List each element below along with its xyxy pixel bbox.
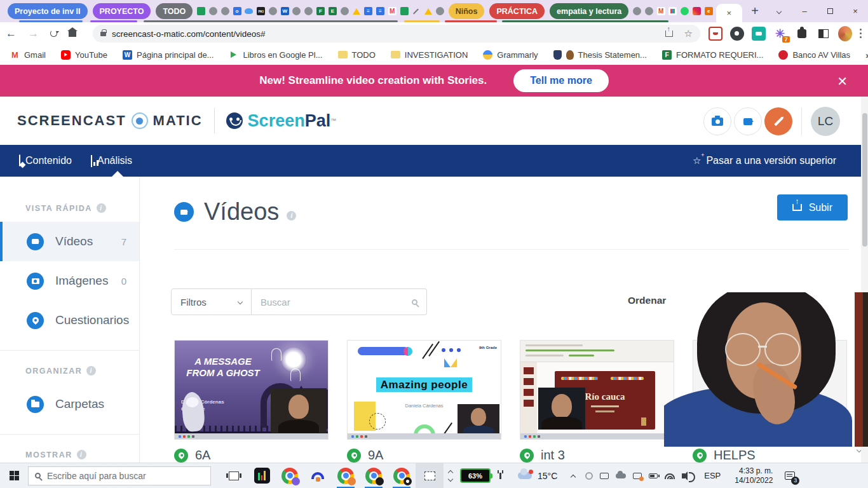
mini-tab[interactable]	[292, 4, 302, 18]
taskbar-search[interactable]	[28, 466, 211, 485]
taskbar-app-chrome-2[interactable]	[332, 463, 360, 488]
tab-group-proyecto[interactable]: PROYECTO	[93, 3, 151, 19]
taskbar-app-snipping[interactable]	[416, 463, 444, 488]
taskbar-clock[interactable]: 4:33 p. m. 14/10/2022	[735, 466, 773, 485]
tab-group-todo[interactable]: TODO	[156, 3, 193, 19]
bookmark-grammarly[interactable]: Grammarly	[483, 50, 538, 60]
language-indicator[interactable]: ESP	[704, 471, 721, 480]
mini-tab[interactable]: F	[315, 4, 326, 18]
mini-tab[interactable]: PKI	[255, 4, 266, 18]
sort-label[interactable]: Ordenar	[628, 295, 666, 306]
lock-icon[interactable]	[100, 32, 106, 36]
video-thumbnail[interactable]: 9th Grade Amazing people Daniela Cárdena…	[347, 340, 501, 440]
start-button[interactable]	[0, 463, 28, 488]
mini-tab[interactable]	[220, 4, 231, 18]
forward-icon[interactable]: →	[28, 28, 39, 39]
bookmark-gmail[interactable]: MGmail	[10, 50, 46, 60]
bookmark-banco[interactable]: Banco AV Villas	[778, 50, 850, 60]
taskbar-search-input[interactable]	[47, 471, 187, 481]
video-name[interactable]: int 3	[541, 448, 565, 463]
tab-search-chevron-icon[interactable]	[766, 0, 792, 22]
video-thumbnail[interactable]: Río cauca	[520, 340, 674, 440]
bookmark-youtube[interactable]: YouTube	[61, 50, 107, 60]
brand-logo[interactable]: SCREENCAST MATIC Screen Pal ™	[17, 108, 336, 133]
mini-tab[interactable]: M	[656, 4, 667, 18]
tray-screen-record-icon[interactable]	[600, 473, 609, 479]
mini-tab[interactable]	[668, 4, 679, 18]
maximize-button[interactable]	[817, 0, 843, 22]
bookmark-pagina-principal[interactable]: WPágina principal de...	[123, 50, 214, 60]
bookmark-libros[interactable]: Libros en Google Pl...	[229, 50, 322, 60]
home-icon[interactable]	[69, 28, 76, 39]
tell-me-more-button[interactable]: Tell me more	[513, 69, 609, 92]
mini-tab[interactable]	[410, 4, 421, 18]
share-icon[interactable]	[665, 30, 673, 37]
wifi-icon[interactable]	[665, 472, 675, 479]
teal-extension-icon[interactable]	[752, 27, 766, 41]
video-card-9a[interactable]: 9th Grade Amazing people Daniela Cárdena…	[347, 340, 501, 463]
upload-button[interactable]: Subir	[777, 194, 848, 220]
address-bar[interactable]: screencast-o-matic.com/content/videos# ☆	[93, 25, 700, 43]
sidebar-item-videos[interactable]: Vídeos 7	[0, 222, 139, 261]
taskbar-app-chrome-3[interactable]	[360, 463, 388, 488]
filters-dropdown[interactable]: Filtros	[171, 288, 252, 315]
taskbar-app-chrome-1[interactable]	[276, 463, 304, 488]
mini-tab[interactable]	[423, 4, 433, 18]
tab-group-ninos[interactable]: Niños	[449, 3, 485, 19]
bookmark-thesis[interactable]: Thesis Statemen...	[553, 50, 647, 60]
nav-analisis[interactable]: Análisis	[91, 155, 132, 166]
mini-tab[interactable]	[303, 4, 314, 18]
info-icon[interactable]: i	[287, 211, 296, 220]
extensions-puzzle-icon[interactable]	[795, 27, 809, 41]
speaker-icon[interactable]	[682, 473, 689, 478]
new-tab-button[interactable]: +	[751, 4, 759, 18]
tray-screen-share-icon[interactable]	[633, 473, 642, 479]
mini-tab[interactable]	[196, 4, 207, 18]
active-tab[interactable]: ×	[716, 4, 742, 22]
info-icon[interactable]: i	[97, 203, 106, 213]
upgrade-link[interactable]: ☆ Pasar a una versión superior	[693, 155, 836, 166]
info-icon[interactable]: i	[86, 366, 96, 376]
task-view-button[interactable]	[220, 463, 248, 488]
mini-tab[interactable]	[691, 4, 702, 18]
close-window-button[interactable]: ×	[843, 0, 868, 22]
search-box[interactable]	[252, 288, 427, 315]
mini-tab[interactable]	[644, 4, 654, 18]
mini-tab[interactable]	[339, 4, 350, 18]
bookmark-formato[interactable]: FFORMATO REQUERI...	[662, 50, 763, 60]
mini-tab[interactable]: e	[703, 4, 714, 18]
taskbar-scroll-arrows[interactable]	[449, 471, 452, 481]
mini-tab[interactable]: ≡	[375, 4, 386, 18]
onedrive-cloud-icon[interactable]	[616, 473, 626, 478]
taskbar-app-music[interactable]	[248, 463, 276, 488]
record-button[interactable]	[734, 107, 762, 135]
mini-tab[interactable]	[679, 4, 690, 18]
snowflake-extension-icon[interactable]: ✳7	[773, 27, 787, 41]
mini-tab[interactable]	[351, 4, 362, 18]
tray-battery-icon[interactable]	[649, 473, 658, 478]
mini-tab[interactable]: W	[280, 4, 290, 18]
mini-tab[interactable]	[435, 4, 445, 18]
battery-widget[interactable]: 63%	[460, 468, 491, 483]
bookmark-star-icon[interactable]: ☆	[684, 28, 693, 39]
power-plug-icon[interactable]	[499, 473, 501, 479]
tab-group-proyecto-inv[interactable]: Proyecto de inv II	[8, 3, 88, 19]
mini-tab[interactable]	[399, 4, 410, 18]
info-icon[interactable]: i	[77, 450, 86, 459]
user-avatar[interactable]: LC	[811, 107, 840, 136]
mini-tab[interactable]	[632, 4, 642, 18]
sidebar-item-cuestionarios[interactable]: Cuestionarios	[0, 301, 139, 340]
bookmarks-overflow-icon[interactable]: »	[865, 50, 868, 60]
tab-group-practica[interactable]: PRÁCTICA	[489, 3, 545, 19]
video-card-int3[interactable]: Río cauca int 3	[520, 340, 674, 463]
screenshot-button[interactable]	[703, 107, 731, 135]
tray-ring-icon[interactable]	[585, 472, 593, 480]
chrome-menu-icon[interactable]	[860, 29, 862, 39]
mini-tab[interactable]: E	[327, 4, 338, 18]
red-extension-icon[interactable]	[709, 27, 722, 41]
mini-tab[interactable]	[208, 4, 219, 18]
search-input[interactable]	[261, 297, 394, 308]
url-text[interactable]: screencast-o-matic.com/content/videos#	[112, 29, 266, 39]
mini-tab[interactable]: o	[232, 4, 243, 18]
video-thumbnail[interactable]: A MESSAGE FROM A GHOST Daniela Córdenas …	[174, 340, 329, 440]
